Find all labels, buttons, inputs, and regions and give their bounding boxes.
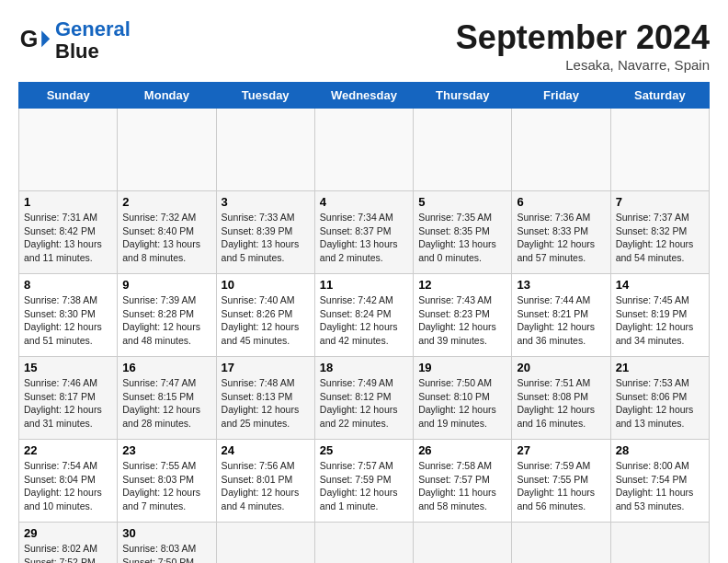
day-info: Sunrise: 7:48 AM Sunset: 8:13 PM Dayligh… (222, 376, 310, 431)
calendar-cell: 14Sunrise: 7:45 AM Sunset: 8:19 PM Dayli… (610, 274, 709, 357)
calendar-week-0 (19, 109, 710, 191)
day-number: 3 (222, 195, 310, 209)
day-number: 30 (122, 526, 210, 540)
day-info: Sunrise: 8:02 AM Sunset: 7:52 PM Dayligh… (24, 542, 112, 563)
calendar-cell: 8Sunrise: 7:38 AM Sunset: 8:30 PM Daylig… (19, 274, 118, 357)
calendar-cell (414, 109, 512, 191)
day-info: Sunrise: 7:31 AM Sunset: 8:42 PM Dayligh… (24, 211, 112, 265)
calendar-cell (512, 109, 610, 191)
col-header-sunday: Sunday (19, 83, 118, 109)
day-number: 4 (320, 195, 408, 209)
day-number: 29 (24, 526, 112, 540)
day-info: Sunrise: 7:45 AM Sunset: 8:19 PM Dayligh… (616, 293, 704, 348)
day-number: 26 (418, 443, 506, 457)
day-number: 16 (122, 361, 210, 374)
calendar-cell: 21Sunrise: 7:53 AM Sunset: 8:06 PM Dayli… (610, 357, 709, 440)
day-info: Sunrise: 7:42 AM Sunset: 8:24 PM Dayligh… (320, 293, 408, 348)
calendar-cell (118, 109, 216, 191)
calendar-cell: 20Sunrise: 7:51 AM Sunset: 8:08 PM Dayli… (512, 357, 610, 440)
day-number: 14 (616, 278, 704, 292)
day-info: Sunrise: 7:36 AM Sunset: 8:33 PM Dayligh… (517, 211, 605, 265)
calendar-cell: 27Sunrise: 7:59 AM Sunset: 7:55 PM Dayli… (512, 440, 610, 523)
calendar-cell: 2Sunrise: 7:32 AM Sunset: 8:40 PM Daylig… (118, 191, 216, 274)
day-info: Sunrise: 7:53 AM Sunset: 8:06 PM Dayligh… (616, 376, 704, 431)
calendar-cell: 17Sunrise: 7:48 AM Sunset: 8:13 PM Dayli… (216, 357, 314, 440)
day-info: Sunrise: 7:56 AM Sunset: 8:01 PM Dayligh… (222, 459, 310, 513)
calendar-cell (314, 523, 413, 564)
calendar-table: SundayMondayTuesdayWednesdayThursdayFrid… (18, 82, 710, 563)
day-info: Sunrise: 7:43 AM Sunset: 8:23 PM Dayligh… (418, 293, 506, 348)
day-info: Sunrise: 7:33 AM Sunset: 8:39 PM Dayligh… (222, 211, 310, 265)
calendar-cell (314, 109, 413, 191)
day-info: Sunrise: 7:34 AM Sunset: 8:37 PM Dayligh… (320, 211, 408, 265)
calendar-cell: 28Sunrise: 8:00 AM Sunset: 7:54 PM Dayli… (610, 440, 709, 523)
day-number: 1 (24, 195, 112, 209)
calendar-cell (610, 523, 709, 564)
day-number: 21 (616, 361, 704, 374)
calendar-week-1: 1Sunrise: 7:31 AM Sunset: 8:42 PM Daylig… (19, 191, 710, 274)
month-title: September 2024 (456, 18, 710, 57)
calendar-cell: 10Sunrise: 7:40 AM Sunset: 8:26 PM Dayli… (216, 274, 314, 357)
calendar-cell: 26Sunrise: 7:58 AM Sunset: 7:57 PM Dayli… (414, 440, 512, 523)
day-info: Sunrise: 7:40 AM Sunset: 8:26 PM Dayligh… (222, 293, 310, 348)
calendar-cell (414, 523, 512, 564)
calendar-cell: 5Sunrise: 7:35 AM Sunset: 8:35 PM Daylig… (414, 191, 512, 274)
day-number: 23 (122, 443, 210, 457)
day-number: 15 (24, 361, 112, 374)
col-header-tuesday: Tuesday (216, 83, 314, 109)
day-info: Sunrise: 7:59 AM Sunset: 7:55 PM Dayligh… (517, 459, 605, 513)
day-number: 18 (320, 361, 408, 374)
calendar-cell: 11Sunrise: 7:42 AM Sunset: 8:24 PM Dayli… (314, 274, 413, 357)
day-info: Sunrise: 7:58 AM Sunset: 7:57 PM Dayligh… (418, 459, 506, 513)
day-number: 11 (320, 278, 408, 292)
logo-text: General Blue (55, 18, 131, 63)
day-number: 27 (517, 443, 605, 457)
day-number: 19 (418, 361, 506, 374)
day-info: Sunrise: 7:46 AM Sunset: 8:17 PM Dayligh… (24, 376, 112, 431)
col-header-thursday: Thursday (414, 83, 512, 109)
day-number: 28 (616, 443, 704, 457)
calendar-cell (610, 109, 709, 191)
day-info: Sunrise: 7:54 AM Sunset: 8:04 PM Dayligh… (24, 459, 112, 513)
calendar-cell: 3Sunrise: 7:33 AM Sunset: 8:39 PM Daylig… (216, 191, 314, 274)
day-number: 24 (222, 443, 310, 457)
svg-text:G: G (20, 26, 39, 52)
calendar-cell (216, 109, 314, 191)
calendar-week-5: 29Sunrise: 8:02 AM Sunset: 7:52 PM Dayli… (19, 523, 710, 564)
calendar-cell (19, 109, 118, 191)
calendar-cell: 15Sunrise: 7:46 AM Sunset: 8:17 PM Dayli… (19, 357, 118, 440)
logo: G General Blue (18, 18, 131, 63)
day-info: Sunrise: 7:50 AM Sunset: 8:10 PM Dayligh… (418, 376, 506, 431)
logo-icon: G (18, 24, 51, 57)
calendar-week-2: 8Sunrise: 7:38 AM Sunset: 8:30 PM Daylig… (19, 274, 710, 357)
calendar-cell: 24Sunrise: 7:56 AM Sunset: 8:01 PM Dayli… (216, 440, 314, 523)
calendar-cell: 7Sunrise: 7:37 AM Sunset: 8:32 PM Daylig… (610, 191, 709, 274)
day-info: Sunrise: 7:37 AM Sunset: 8:32 PM Dayligh… (616, 211, 704, 265)
day-info: Sunrise: 7:32 AM Sunset: 8:40 PM Dayligh… (122, 211, 210, 265)
calendar-header-row: SundayMondayTuesdayWednesdayThursdayFrid… (19, 83, 710, 109)
day-number: 13 (517, 278, 605, 292)
calendar-cell: 6Sunrise: 7:36 AM Sunset: 8:33 PM Daylig… (512, 191, 610, 274)
calendar-cell: 9Sunrise: 7:39 AM Sunset: 8:28 PM Daylig… (118, 274, 216, 357)
calendar-cell (216, 523, 314, 564)
day-info: Sunrise: 7:35 AM Sunset: 8:35 PM Dayligh… (418, 211, 506, 265)
day-number: 22 (24, 443, 112, 457)
page-header: G General Blue September 2024 Lesaka, Na… (18, 18, 710, 73)
calendar-week-3: 15Sunrise: 7:46 AM Sunset: 8:17 PM Dayli… (19, 357, 710, 440)
title-area: September 2024 Lesaka, Navarre, Spain (456, 18, 710, 73)
day-info: Sunrise: 7:38 AM Sunset: 8:30 PM Dayligh… (24, 293, 112, 348)
calendar-cell: 22Sunrise: 7:54 AM Sunset: 8:04 PM Dayli… (19, 440, 118, 523)
day-number: 12 (418, 278, 506, 292)
day-info: Sunrise: 7:49 AM Sunset: 8:12 PM Dayligh… (320, 376, 408, 431)
col-header-friday: Friday (512, 83, 610, 109)
day-number: 5 (418, 195, 506, 209)
day-number: 20 (517, 361, 605, 374)
day-info: Sunrise: 7:55 AM Sunset: 8:03 PM Dayligh… (122, 459, 210, 513)
day-number: 25 (320, 443, 408, 457)
calendar-cell (512, 523, 610, 564)
day-info: Sunrise: 8:00 AM Sunset: 7:54 PM Dayligh… (616, 459, 704, 513)
calendar-cell: 18Sunrise: 7:49 AM Sunset: 8:12 PM Dayli… (314, 357, 413, 440)
col-header-saturday: Saturday (610, 83, 709, 109)
col-header-monday: Monday (118, 83, 216, 109)
day-info: Sunrise: 7:39 AM Sunset: 8:28 PM Dayligh… (122, 293, 210, 348)
